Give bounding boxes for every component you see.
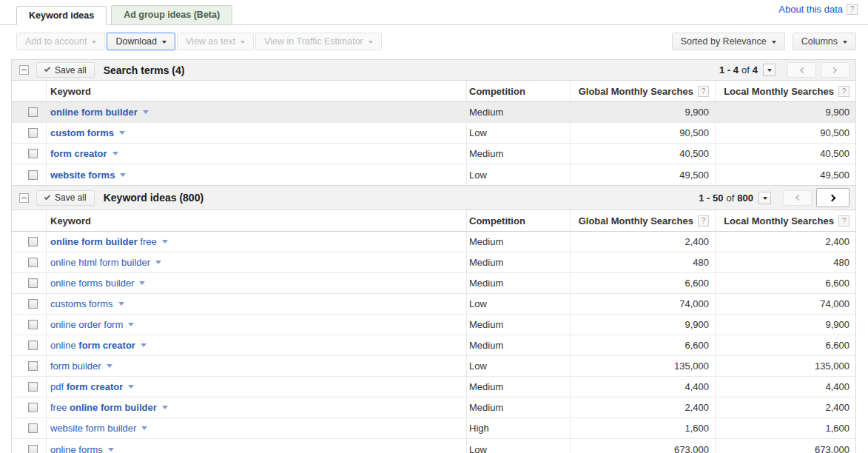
keyword-text: form creator <box>50 148 107 159</box>
save-all-button[interactable]: Save all <box>36 62 95 78</box>
keyword-dropdown-icon[interactable] <box>128 385 134 392</box>
add-to-account-button[interactable]: Add to account <box>16 33 105 50</box>
help-icon[interactable]: ? <box>838 215 850 226</box>
download-button[interactable]: Download <box>107 33 175 50</box>
competition-value: Medium <box>466 315 570 335</box>
keyword-link[interactable]: customs forms <box>50 298 113 309</box>
keyword-dropdown-icon[interactable] <box>143 110 149 117</box>
row-checkbox[interactable] <box>28 278 38 288</box>
help-icon[interactable]: ? <box>847 4 858 15</box>
row-checkbox[interactable] <box>28 403 38 412</box>
button-label: Download <box>115 36 157 47</box>
table-row: form creator Medium 40,500 40,500 <box>12 144 855 164</box>
global-searches-value: 40,500 <box>570 144 715 164</box>
row-checkbox[interactable] <box>28 299 38 309</box>
row-checkbox[interactable] <box>28 107 38 117</box>
keyword-text: form creator <box>67 381 124 392</box>
help-icon[interactable]: ? <box>698 86 709 97</box>
keyword-cell: online form creator <box>46 335 466 355</box>
keyword-dropdown-icon[interactable] <box>141 343 147 350</box>
row-checkbox[interactable] <box>28 258 38 267</box>
row-checkbox[interactable] <box>28 340 38 350</box>
local-searches-value: 673,000 <box>715 439 855 453</box>
keyword-dropdown-icon[interactable] <box>119 131 125 138</box>
keyword-dropdown-icon[interactable] <box>108 448 114 453</box>
row-checkbox[interactable] <box>28 170 38 180</box>
global-searches-value: 135,000 <box>570 356 715 376</box>
view-in-traffic-estimator-button[interactable]: View in Traffic Estimator <box>255 33 382 50</box>
local-searches-column-header: Local Monthly Searches ? <box>715 210 855 231</box>
previous-page-button[interactable] <box>783 190 812 206</box>
keyword-dropdown-icon[interactable] <box>112 152 118 158</box>
keyword-link[interactable]: website form builder <box>50 423 136 434</box>
columns-button[interactable]: Columns <box>793 33 856 50</box>
row-checkbox[interactable] <box>28 128 38 138</box>
keyword-dropdown-icon[interactable] <box>120 173 126 180</box>
tab-keyword-ideas[interactable]: Keyword ideas <box>16 6 107 25</box>
page-range-dropdown[interactable] <box>758 192 771 204</box>
keyword-link[interactable]: online html form builder <box>50 257 150 268</box>
previous-page-button[interactable] <box>787 62 816 78</box>
toolbar-right: Sorted by Relevance Columns <box>672 33 856 50</box>
row-checkbox[interactable] <box>28 445 38 453</box>
keyword-link[interactable]: online form creator <box>50 340 135 351</box>
checkbox-cell <box>12 252 46 272</box>
local-searches-value: 74,000 <box>715 294 855 314</box>
keyword-dropdown-icon[interactable] <box>139 281 145 288</box>
keyword-link[interactable]: custom forms <box>50 127 114 138</box>
keyword-link[interactable]: online forms builder <box>50 278 134 289</box>
next-page-button[interactable] <box>821 62 850 78</box>
row-checkbox[interactable] <box>28 320 38 329</box>
pagination-range: 1 - 4 <box>719 64 739 76</box>
keyword-dropdown-icon[interactable] <box>155 261 161 267</box>
keyword-link[interactable]: online form builder <box>50 107 138 118</box>
keyword-cell: online forms builder <box>46 273 466 293</box>
help-icon[interactable]: ? <box>838 86 850 97</box>
keyword-dropdown-icon[interactable] <box>141 426 147 433</box>
keyword-text: free <box>138 236 157 247</box>
keyword-link[interactable]: website forms <box>50 170 115 181</box>
row-checkbox[interactable] <box>28 423 38 433</box>
tab-ad-group-ideas[interactable]: Ad group ideas (Beta) <box>111 5 232 24</box>
pagination-of-label: of <box>741 64 750 76</box>
save-all-button[interactable]: Save all <box>36 190 95 206</box>
row-checkbox[interactable] <box>28 149 38 158</box>
row-checkbox[interactable] <box>28 237 38 246</box>
page-range-dropdown[interactable] <box>763 64 776 76</box>
keyword-dropdown-icon[interactable] <box>118 302 124 309</box>
row-checkbox[interactable] <box>28 361 38 371</box>
sorted-by-button[interactable]: Sorted by Relevance <box>672 33 785 50</box>
keyword-link[interactable]: online form builder free <box>50 236 157 247</box>
table-header-row: Keyword Competition Global Monthly Searc… <box>12 210 855 232</box>
keyword-link[interactable]: free online form builder <box>50 402 157 413</box>
local-searches-value: 480 <box>715 252 855 272</box>
keyword-dropdown-icon[interactable] <box>107 364 112 371</box>
keyword-cell: free online form builder <box>46 397 466 417</box>
dropdown-arrow-icon <box>369 41 373 46</box>
row-checkbox[interactable] <box>28 382 38 392</box>
save-all-label: Save all <box>55 65 87 76</box>
keyword-link[interactable]: form creator <box>50 148 107 159</box>
next-page-button[interactable] <box>816 188 850 207</box>
collapse-section-button[interactable] <box>19 65 29 75</box>
help-icon[interactable]: ? <box>698 215 709 226</box>
keyword-link[interactable]: form builder <box>50 360 101 372</box>
dropdown-arrow-icon <box>92 41 96 46</box>
global-searches-value: 2,400 <box>570 397 715 417</box>
keyword-dropdown-icon[interactable] <box>128 323 134 329</box>
local-searches-value: 135,000 <box>715 356 855 376</box>
global-searches-value: 1,600 <box>570 418 715 438</box>
keyword-link[interactable]: pdf form creator <box>50 381 123 392</box>
local-searches-value: 1,600 <box>715 418 855 438</box>
about-this-data-link[interactable]: About this data ? <box>778 4 858 15</box>
view-as-text-button[interactable]: View as text <box>177 33 254 50</box>
keyword-dropdown-icon[interactable] <box>162 240 168 246</box>
keyword-dropdown-icon[interactable] <box>162 406 168 412</box>
pagination-range: 1 - 50 <box>699 192 723 204</box>
local-searches-value: 4,400 <box>715 377 855 397</box>
keyword-link[interactable]: online order form <box>50 319 123 330</box>
global-searches-column-header: Global Monthly Searches ? <box>570 81 715 101</box>
keyword-link[interactable]: online forms <box>50 444 103 453</box>
collapse-section-button[interactable] <box>19 193 29 203</box>
column-header-label: Local Monthly Searches <box>724 215 834 226</box>
